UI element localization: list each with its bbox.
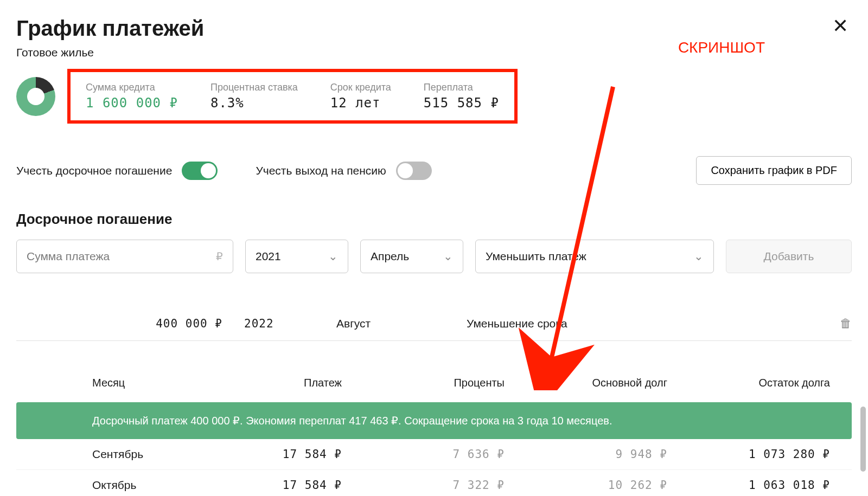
svg-line-0 (548, 87, 613, 374)
payments-table: Месяц Платеж Проценты Основной долг Оста… (16, 368, 852, 496)
chevron-down-icon: ⌄ (328, 250, 338, 263)
th-principal: Основной долг (526, 377, 689, 389)
th-month: Месяц (16, 377, 233, 389)
table-row: Сентябрь 17 584 ₽ 7 636 ₽ 9 948 ₽ 1 073 … (16, 439, 852, 470)
cell-payment: 17 584 ₽ (233, 448, 363, 461)
page-title: График платежей (16, 16, 204, 41)
payment-amount-input[interactable]: Сумма платежа ₽ (16, 240, 233, 273)
cell-balance: 1 063 018 ₽ (689, 479, 852, 492)
overpay-value: 515 585 ₽ (424, 95, 499, 111)
ruble-icon: ₽ (216, 250, 223, 263)
cell-month: Октябрь (16, 479, 233, 492)
donut-chart-icon (16, 77, 55, 116)
add-button[interactable]: Добавить (726, 240, 852, 273)
year-select[interactable]: 2021 ⌄ (245, 240, 348, 273)
cell-principal: 10 262 ₽ (526, 479, 689, 492)
month-select-value: Апрель (371, 250, 409, 263)
summary-box: Сумма кредита 1 600 000 ₽ Процентная ста… (67, 69, 518, 124)
rate-value: 8.3% (210, 95, 298, 111)
chevron-down-icon: ⌄ (694, 250, 704, 263)
early-repay-toggle[interactable] (182, 162, 218, 180)
term-value: 12 лет (330, 95, 391, 111)
th-balance: Остаток долга (689, 377, 852, 389)
mode-select[interactable]: Уменьшить платеж ⌄ (475, 240, 714, 273)
scrollbar[interactable] (860, 407, 866, 472)
existing-year: 2022 (244, 317, 336, 330)
th-interest: Проценты (363, 377, 526, 389)
cell-payment: 17 584 ₽ (233, 479, 363, 492)
rate-label: Процентная ставка (210, 82, 298, 93)
trash-icon[interactable]: 🗑 (825, 317, 852, 331)
close-icon[interactable]: ✕ (829, 16, 852, 36)
existing-month: Август (336, 317, 467, 330)
amount-value: 1 600 000 ₽ (86, 95, 178, 111)
chevron-down-icon: ⌄ (443, 250, 453, 263)
early-section-title: Досрочное погашение (16, 211, 852, 228)
month-select[interactable]: Апрель ⌄ (360, 240, 463, 273)
existing-amount: 400 000 ₽ (16, 317, 244, 330)
prepayment-banner: Досрочный платеж 400 000 ₽. Экономия пер… (16, 402, 852, 439)
overpay-label: Переплата (424, 82, 499, 93)
mode-select-value: Уменьшить платеж (486, 250, 586, 263)
table-row: Октябрь 17 584 ₽ 7 322 ₽ 10 262 ₽ 1 063 … (16, 470, 852, 496)
annotation-label: СКРИНШОТ (678, 39, 765, 56)
annotation-arrow-icon (494, 81, 635, 390)
pension-toggle-label: Учесть выход на пенсию (256, 164, 386, 177)
divider (16, 340, 852, 341)
term-label: Срок кредита (330, 82, 391, 93)
year-select-value: 2021 (256, 250, 281, 263)
existing-prepayment-row: 400 000 ₽ 2022 Август Уменьшение срока 🗑 (16, 317, 852, 331)
cell-balance: 1 073 280 ₽ (689, 448, 852, 461)
th-payment: Платеж (233, 377, 363, 389)
cell-principal: 9 948 ₽ (526, 448, 689, 461)
cell-interest: 7 636 ₽ (363, 448, 526, 461)
pension-toggle[interactable] (396, 162, 432, 180)
cell-month: Сентябрь (16, 448, 233, 461)
cell-interest: 7 322 ₽ (363, 479, 526, 492)
existing-mode: Уменьшение срока (467, 317, 749, 330)
amount-label: Сумма кредита (86, 82, 178, 93)
payment-amount-placeholder: Сумма платежа (27, 250, 110, 263)
early-repay-toggle-label: Учесть досрочное погашение (16, 164, 172, 177)
save-pdf-button[interactable]: Сохранить график в PDF (696, 156, 852, 185)
